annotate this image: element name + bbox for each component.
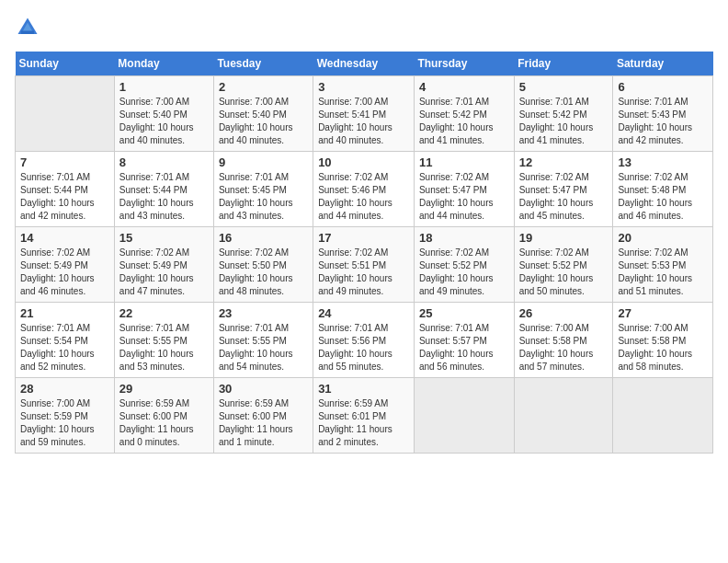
- day-number: 12: [519, 155, 609, 169]
- calendar-week-4: 21Sunrise: 7:01 AM Sunset: 5:54 PM Dayli…: [16, 303, 713, 378]
- day-number: 10: [318, 155, 409, 169]
- day-info: Sunrise: 7:02 AM Sunset: 5:51 PM Dayligh…: [318, 247, 409, 298]
- day-info: Sunrise: 7:02 AM Sunset: 5:47 PM Dayligh…: [419, 171, 509, 223]
- day-number: 1: [119, 80, 209, 94]
- day-number: 21: [20, 306, 109, 320]
- day-info: Sunrise: 6:59 AM Sunset: 6:00 PM Dayligh…: [219, 397, 308, 449]
- svg-rect-2: [21, 31, 34, 35]
- day-number: 28: [20, 382, 109, 396]
- calendar-cell: 30Sunrise: 6:59 AM Sunset: 6:00 PM Dayli…: [213, 378, 313, 454]
- calendar-week-5: 28Sunrise: 7:00 AM Sunset: 5:59 PM Dayli…: [16, 378, 713, 454]
- day-number: 9: [219, 155, 308, 169]
- day-number: 20: [618, 231, 708, 245]
- logo-icon: [15, 15, 40, 40]
- day-info: Sunrise: 6:59 AM Sunset: 6:01 PM Dayligh…: [318, 397, 409, 449]
- calendar-cell: 2Sunrise: 7:00 AM Sunset: 5:40 PM Daylig…: [213, 76, 313, 152]
- calendar-cell: 23Sunrise: 7:01 AM Sunset: 5:55 PM Dayli…: [213, 303, 313, 378]
- day-number: 25: [419, 306, 509, 320]
- day-info: Sunrise: 7:02 AM Sunset: 5:52 PM Dayligh…: [419, 247, 509, 298]
- day-number: 15: [119, 231, 209, 245]
- day-number: 19: [519, 231, 609, 245]
- day-number: 3: [318, 80, 409, 94]
- day-number: 30: [219, 382, 308, 396]
- calendar-cell: 7Sunrise: 7:01 AM Sunset: 5:44 PM Daylig…: [16, 152, 115, 227]
- header-monday: Monday: [114, 52, 213, 76]
- calendar-cell: 11Sunrise: 7:02 AM Sunset: 5:47 PM Dayli…: [414, 152, 514, 227]
- calendar-cell: 21Sunrise: 7:01 AM Sunset: 5:54 PM Dayli…: [16, 303, 115, 378]
- calendar-cell: 25Sunrise: 7:01 AM Sunset: 5:57 PM Dayli…: [414, 303, 514, 378]
- day-number: 26: [519, 306, 609, 320]
- day-number: 22: [119, 306, 209, 320]
- day-info: Sunrise: 7:00 AM Sunset: 5:40 PM Dayligh…: [219, 96, 308, 147]
- calendar-cell: 26Sunrise: 7:00 AM Sunset: 5:58 PM Dayli…: [514, 303, 613, 378]
- calendar-cell: 4Sunrise: 7:01 AM Sunset: 5:42 PM Daylig…: [414, 76, 514, 152]
- day-info: Sunrise: 7:00 AM Sunset: 5:58 PM Dayligh…: [618, 322, 708, 373]
- calendar-cell: 22Sunrise: 7:01 AM Sunset: 5:55 PM Dayli…: [114, 303, 213, 378]
- day-info: Sunrise: 7:02 AM Sunset: 5:52 PM Dayligh…: [519, 247, 609, 298]
- calendar-cell: 20Sunrise: 7:02 AM Sunset: 5:53 PM Dayli…: [613, 227, 713, 303]
- day-number: 4: [419, 80, 509, 94]
- day-info: Sunrise: 7:02 AM Sunset: 5:49 PM Dayligh…: [119, 247, 209, 298]
- day-info: Sunrise: 7:01 AM Sunset: 5:54 PM Dayligh…: [20, 322, 109, 373]
- calendar-cell: 18Sunrise: 7:02 AM Sunset: 5:52 PM Dayli…: [414, 227, 514, 303]
- day-number: 7: [20, 155, 109, 169]
- day-number: 13: [618, 155, 708, 169]
- day-info: Sunrise: 7:02 AM Sunset: 5:46 PM Dayligh…: [318, 171, 409, 223]
- calendar-cell: 29Sunrise: 6:59 AM Sunset: 6:00 PM Dayli…: [114, 378, 213, 454]
- day-number: 6: [618, 80, 708, 94]
- day-info: Sunrise: 7:00 AM Sunset: 5:40 PM Dayligh…: [119, 96, 209, 147]
- header-saturday: Saturday: [613, 52, 713, 76]
- day-info: Sunrise: 7:01 AM Sunset: 5:44 PM Dayligh…: [119, 171, 209, 223]
- calendar-cell: [613, 378, 713, 454]
- calendar-cell: [414, 378, 514, 454]
- day-info: Sunrise: 7:01 AM Sunset: 5:42 PM Dayligh…: [419, 96, 509, 147]
- calendar-cell: 15Sunrise: 7:02 AM Sunset: 5:49 PM Dayli…: [114, 227, 213, 303]
- day-number: 8: [119, 155, 209, 169]
- calendar-cell: 16Sunrise: 7:02 AM Sunset: 5:50 PM Dayli…: [213, 227, 313, 303]
- day-number: 18: [419, 231, 509, 245]
- day-number: 23: [219, 306, 308, 320]
- calendar-cell: 24Sunrise: 7:01 AM Sunset: 5:56 PM Dayli…: [313, 303, 415, 378]
- day-info: Sunrise: 7:01 AM Sunset: 5:55 PM Dayligh…: [219, 322, 308, 373]
- header-friday: Friday: [514, 52, 613, 76]
- day-info: Sunrise: 7:02 AM Sunset: 5:49 PM Dayligh…: [20, 247, 109, 298]
- day-number: 29: [119, 382, 209, 396]
- calendar-cell: 27Sunrise: 7:00 AM Sunset: 5:58 PM Dayli…: [613, 303, 713, 378]
- calendar-cell: 5Sunrise: 7:01 AM Sunset: 5:42 PM Daylig…: [514, 76, 613, 152]
- day-info: Sunrise: 7:01 AM Sunset: 5:42 PM Dayligh…: [519, 96, 609, 147]
- calendar-cell: 9Sunrise: 7:01 AM Sunset: 5:45 PM Daylig…: [213, 152, 313, 227]
- day-info: Sunrise: 7:01 AM Sunset: 5:57 PM Dayligh…: [419, 322, 509, 373]
- calendar-table: SundayMondayTuesdayWednesdayThursdayFrid…: [15, 52, 713, 454]
- calendar-cell: 3Sunrise: 7:00 AM Sunset: 5:41 PM Daylig…: [313, 76, 415, 152]
- day-info: Sunrise: 7:02 AM Sunset: 5:47 PM Dayligh…: [519, 171, 609, 223]
- day-number: 16: [219, 231, 308, 245]
- calendar-week-3: 14Sunrise: 7:02 AM Sunset: 5:49 PM Dayli…: [16, 227, 713, 303]
- day-number: 31: [318, 382, 409, 396]
- day-info: Sunrise: 7:00 AM Sunset: 5:59 PM Dayligh…: [20, 397, 109, 449]
- header-wednesday: Wednesday: [313, 52, 415, 76]
- day-number: 14: [20, 231, 109, 245]
- day-info: Sunrise: 7:01 AM Sunset: 5:45 PM Dayligh…: [219, 171, 308, 223]
- day-number: 2: [219, 80, 308, 94]
- calendar-cell: 13Sunrise: 7:02 AM Sunset: 5:48 PM Dayli…: [613, 152, 713, 227]
- day-info: Sunrise: 7:01 AM Sunset: 5:44 PM Dayligh…: [20, 171, 109, 223]
- day-info: Sunrise: 7:01 AM Sunset: 5:43 PM Dayligh…: [618, 96, 708, 147]
- header-sunday: Sunday: [16, 52, 115, 76]
- day-info: Sunrise: 7:01 AM Sunset: 5:56 PM Dayligh…: [318, 322, 409, 373]
- calendar-cell: 14Sunrise: 7:02 AM Sunset: 5:49 PM Dayli…: [16, 227, 115, 303]
- day-info: Sunrise: 7:02 AM Sunset: 5:50 PM Dayligh…: [219, 247, 308, 298]
- calendar-cell: 1Sunrise: 7:00 AM Sunset: 5:40 PM Daylig…: [114, 76, 213, 152]
- calendar-week-1: 1Sunrise: 7:00 AM Sunset: 5:40 PM Daylig…: [16, 76, 713, 152]
- page-header: [15, 15, 713, 40]
- calendar-week-2: 7Sunrise: 7:01 AM Sunset: 5:44 PM Daylig…: [16, 152, 713, 227]
- day-info: Sunrise: 7:00 AM Sunset: 5:58 PM Dayligh…: [519, 322, 609, 373]
- calendar-cell: 8Sunrise: 7:01 AM Sunset: 5:44 PM Daylig…: [114, 152, 213, 227]
- day-info: Sunrise: 7:02 AM Sunset: 5:53 PM Dayligh…: [618, 247, 708, 298]
- header-tuesday: Tuesday: [213, 52, 313, 76]
- day-info: Sunrise: 7:01 AM Sunset: 5:55 PM Dayligh…: [119, 322, 209, 373]
- calendar-cell: 31Sunrise: 6:59 AM Sunset: 6:01 PM Dayli…: [313, 378, 415, 454]
- day-number: 11: [419, 155, 509, 169]
- day-number: 5: [519, 80, 609, 94]
- calendar-cell: 17Sunrise: 7:02 AM Sunset: 5:51 PM Dayli…: [313, 227, 415, 303]
- logo: [15, 15, 44, 40]
